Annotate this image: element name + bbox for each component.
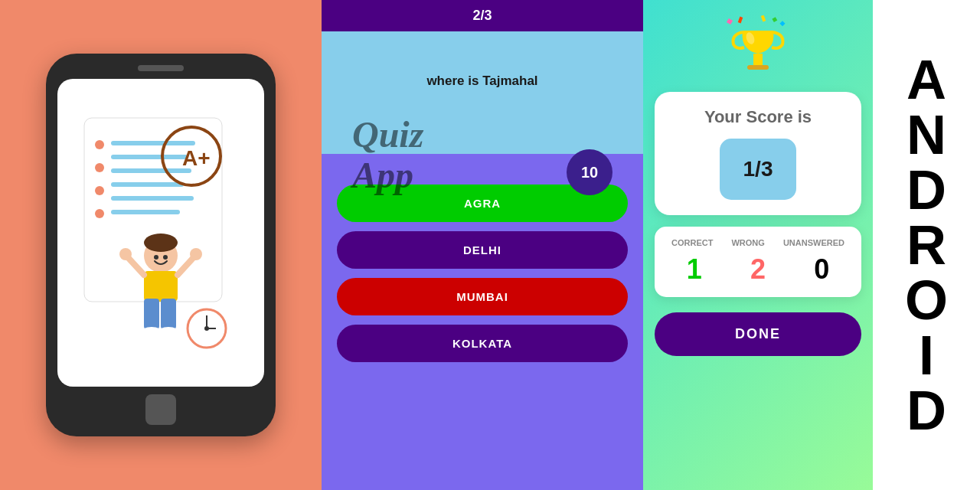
score-fraction: 1/3 [743, 157, 773, 181]
left-panel: A+ [0, 0, 322, 490]
wrong-label: WRONG [731, 238, 764, 247]
svg-point-1 [95, 140, 104, 149]
svg-rect-30 [727, 18, 733, 24]
svg-point-18 [119, 248, 132, 260]
quiz-panel: 2/3 where is Tajmahal 10 Quiz App AGRA D… [322, 0, 643, 490]
svg-point-3 [95, 186, 104, 195]
stats-labels: CORRECT WRONG UNANSWERED [662, 238, 854, 247]
svg-point-19 [190, 248, 202, 260]
svg-rect-21 [161, 299, 176, 329]
svg-rect-33 [772, 17, 777, 22]
phone-home-button [145, 394, 176, 425]
svg-point-29 [204, 326, 209, 331]
svg-rect-36 [747, 65, 769, 70]
watermark-line1: Quiz [352, 114, 423, 155]
svg-point-25 [163, 255, 168, 260]
android-letter-o: O [905, 273, 948, 328]
phone-speaker [138, 65, 184, 71]
score-card: Your Score is 1/3 [655, 92, 861, 215]
svg-rect-6 [111, 155, 188, 159]
phone-screen: A+ [57, 79, 264, 387]
android-letter-n: N [906, 107, 946, 162]
svg-rect-5 [111, 141, 195, 145]
svg-rect-15 [144, 271, 178, 302]
timer-value: 10 [581, 164, 598, 181]
illustration-svg: A+ [61, 103, 260, 363]
svg-point-24 [154, 255, 158, 260]
svg-rect-8 [111, 182, 184, 187]
svg-rect-35 [753, 54, 763, 65]
android-letter-a: A [906, 52, 946, 107]
svg-text:A+: A+ [182, 146, 211, 170]
svg-point-4 [95, 209, 104, 218]
svg-point-14 [144, 234, 178, 252]
phone-mockup: A+ [46, 54, 276, 436]
trophy-area [720, 15, 796, 84]
svg-point-23 [158, 327, 179, 338]
answer-mumbai[interactable]: MUMBAI [337, 278, 628, 315]
svg-rect-20 [144, 299, 159, 329]
android-letter-i: I [919, 328, 934, 383]
done-button[interactable]: DONE [655, 312, 861, 356]
question-text: where is Tajmahal [426, 74, 537, 89]
stats-values: 1 2 0 [662, 253, 854, 286]
score-title: Your Score is [666, 107, 850, 127]
svg-rect-34 [761, 15, 766, 21]
android-letter-r: R [906, 217, 946, 273]
svg-point-2 [95, 163, 104, 172]
wrong-value: 2 [750, 253, 766, 286]
svg-rect-31 [779, 21, 785, 26]
answers-area: AGRA DELHI MUMBAI KOLKATA [322, 169, 643, 370]
android-panel: A N D R O I D [873, 0, 980, 490]
quiz-header: 2/3 [322, 0, 643, 31]
trophy-icon [720, 15, 796, 84]
score-panel: Your Score is 1/3 CORRECT WRONG UNANSWER… [643, 0, 873, 490]
quiz-watermark: Quiz App [352, 115, 423, 196]
correct-label: CORRECT [671, 238, 713, 247]
correct-value: 1 [687, 253, 702, 286]
stats-card: CORRECT WRONG UNANSWERED 1 2 0 [655, 227, 861, 297]
watermark-line2: App [352, 155, 413, 195]
answer-delhi[interactable]: DELHI [337, 231, 628, 269]
svg-rect-9 [111, 196, 194, 201]
svg-rect-7 [111, 168, 191, 173]
score-badge: 1/3 [720, 139, 796, 200]
unanswered-label: UNANSWERED [783, 238, 844, 247]
android-letter-d: D [906, 162, 946, 217]
progress-indicator: 2/3 [472, 8, 492, 23]
unanswered-value: 0 [814, 253, 829, 286]
android-letter-d2: D [906, 383, 946, 438]
timer-badge: 10 [567, 149, 612, 195]
answer-kolkata[interactable]: KOLKATA [337, 325, 628, 362]
svg-rect-10 [111, 210, 180, 214]
svg-rect-32 [738, 17, 743, 24]
